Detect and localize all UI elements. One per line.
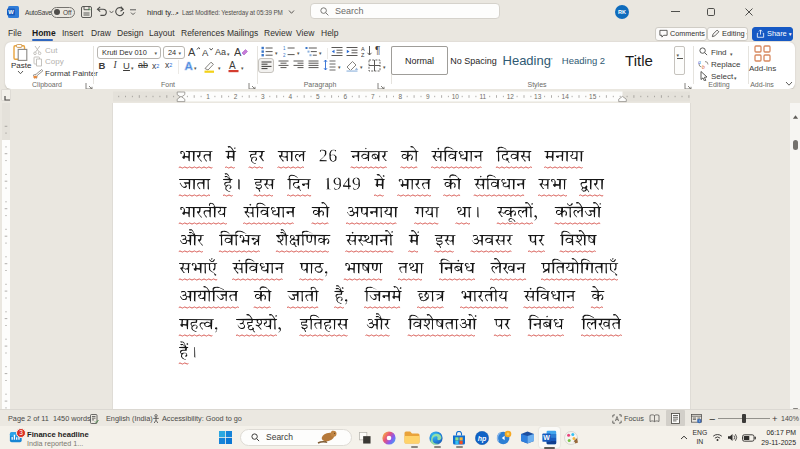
svg-text:1: 1 — [206, 93, 210, 100]
svg-text:hp: hp — [478, 434, 487, 442]
svg-text:3: 3 — [261, 93, 265, 100]
svg-text:11: 11 — [479, 93, 486, 100]
svg-text:7: 7 — [371, 93, 375, 100]
svg-text:12: 12 — [507, 93, 515, 100]
svg-text:8: 8 — [398, 93, 402, 100]
svg-text:4: 4 — [289, 93, 293, 100]
svg-text:b: b — [702, 64, 705, 70]
svg-text:A: A — [229, 60, 236, 71]
svg-text:13: 13 — [534, 93, 542, 100]
svg-text:10: 10 — [452, 93, 460, 100]
svg-text:9: 9 — [426, 93, 430, 100]
svg-text:W: W — [543, 434, 550, 441]
svg-text:a: a — [698, 59, 701, 65]
svg-text:Z: Z — [361, 52, 365, 58]
svg-text:A: A — [202, 47, 209, 58]
svg-text:A: A — [234, 46, 242, 58]
svg-text:14: 14 — [562, 93, 570, 100]
svg-text:15: 15 — [589, 93, 597, 100]
svg-text:A: A — [188, 46, 196, 58]
svg-text:2: 2 — [234, 93, 238, 100]
svg-text:2: 2 — [283, 53, 286, 58]
svg-text:6: 6 — [344, 93, 348, 100]
svg-text:A: A — [185, 60, 193, 72]
svg-text:W: W — [8, 9, 14, 15]
svg-text:1: 1 — [283, 46, 286, 51]
svg-text:5: 5 — [316, 93, 320, 100]
